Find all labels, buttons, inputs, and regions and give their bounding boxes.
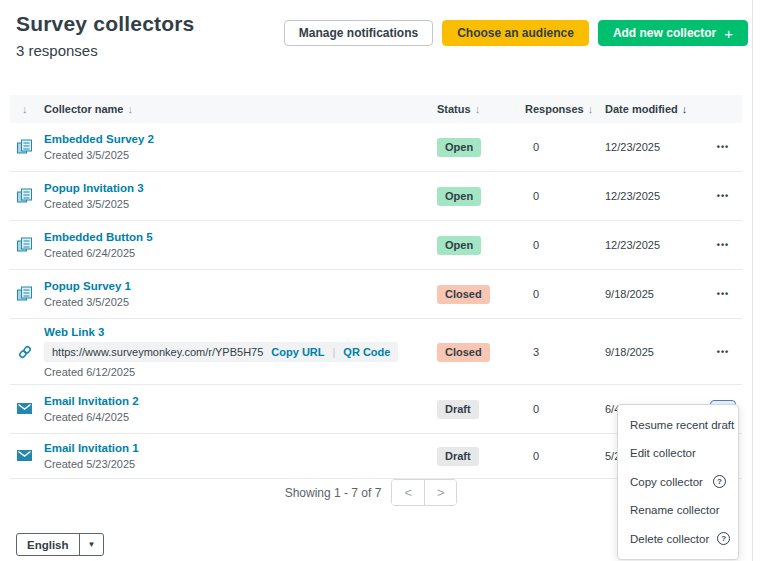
manage-notifications-button[interactable]: Manage notifications <box>284 20 433 46</box>
chevron-down-icon: ▼ <box>79 534 104 555</box>
collector-link[interactable]: Email Invitation 2 <box>44 395 139 407</box>
created-date: Created 6/24/2025 <box>44 247 153 259</box>
sort-icon: ↓ <box>22 103 28 115</box>
collector-link[interactable]: Embedded Survey 2 <box>44 133 154 145</box>
menu-item-rename-collector[interactable]: Rename collector <box>618 496 738 524</box>
responses-header[interactable]: Responses ↓ <box>525 103 593 115</box>
responses-count: 0 <box>533 288 539 300</box>
menu-item-label: Edit collector <box>630 447 696 459</box>
collector-name-cell: Embedded Survey 2 Created 3/5/2025 <box>44 133 154 161</box>
email-collector-icon <box>16 447 34 465</box>
collector-name-cell: Embedded Button 5 Created 6/24/2025 <box>44 231 153 259</box>
language-selector[interactable]: English ▼ <box>16 533 104 556</box>
date-modified: 12/23/2025 <box>605 141 660 153</box>
page-right-divider <box>752 0 753 561</box>
responses-count: 0 <box>533 403 539 415</box>
row-actions-button[interactable]: ••• <box>710 285 736 303</box>
responses-count: 0 <box>533 190 539 202</box>
add-new-collector-button[interactable]: Add new collector + <box>598 20 748 46</box>
help-icon[interactable]: ? <box>713 475 726 488</box>
page-title: Survey collectors <box>16 12 195 36</box>
status-badge: Closed <box>437 343 490 362</box>
menu-item-edit-collector[interactable]: Edit collector <box>618 439 738 467</box>
menu-item-label: Resume recent draft <box>630 419 734 431</box>
created-date: Created 6/4/2025 <box>44 411 139 423</box>
collector-link[interactable]: Popup Survey 1 <box>44 280 131 292</box>
collector-name-label: Collector name <box>44 103 123 115</box>
menu-item-label: Copy collector <box>630 476 703 488</box>
embedded-collector-icon <box>16 236 34 254</box>
row-actions-menu: Resume recent draft Edit collector Copy … <box>617 404 739 560</box>
copy-url-button[interactable]: Copy URL <box>271 346 324 358</box>
collector-link[interactable]: Web Link 3 <box>44 326 398 338</box>
collector-name-cell: Email Invitation 2 Created 6/4/2025 <box>44 395 139 423</box>
language-label: English <box>17 534 79 555</box>
collector-url: https://www.surveymonkey.com/r/YPB5H75 <box>52 346 263 358</box>
collector-url-pill: https://www.surveymonkey.com/r/YPB5H75 C… <box>44 342 398 362</box>
plus-icon: + <box>724 26 733 41</box>
menu-item-resume-recent-draft[interactable]: Resume recent draft <box>618 411 738 439</box>
pager-group: < > <box>391 479 457 506</box>
table-row: Embedded Survey 2 Created 3/5/2025 Open … <box>10 123 742 172</box>
status-badge: Open <box>437 236 481 255</box>
choose-audience-button[interactable]: Choose an audience <box>442 20 589 46</box>
menu-item-copy-collector[interactable]: Copy collector ? <box>618 467 738 496</box>
row-actions-button[interactable]: ••• <box>710 236 736 254</box>
toolbar: Manage notifications Choose an audience … <box>284 20 748 46</box>
popup-collector-icon <box>16 187 34 205</box>
date-modified-label: Date modified <box>605 103 678 115</box>
table-row: Popup Survey 1 Created 3/5/2025 Closed 0… <box>10 270 742 319</box>
status-badge: Draft <box>437 400 479 419</box>
created-date: Created 3/5/2025 <box>44 149 154 161</box>
next-page-button[interactable]: > <box>424 480 456 505</box>
survey-collectors-page: Survey collectors 3 responses Manage not… <box>0 0 768 561</box>
prev-page-button[interactable]: < <box>392 480 424 505</box>
status-badge: Open <box>437 138 481 157</box>
created-date: Created 6/12/2025 <box>44 366 398 378</box>
help-icon[interactable]: ? <box>717 532 730 545</box>
status-badge: Closed <box>437 285 490 304</box>
menu-item-delete-collector[interactable]: Delete collector ? <box>618 524 738 553</box>
collector-link[interactable]: Email Invitation 1 <box>44 442 139 454</box>
date-modified: 12/23/2025 <box>605 190 660 202</box>
collector-link[interactable]: Embedded Button 5 <box>44 231 153 243</box>
status-header[interactable]: Status ↓ <box>437 103 480 115</box>
email-collector-icon <box>16 400 34 418</box>
table-row: Web Link 3 https://www.surveymonkey.com/… <box>10 319 742 385</box>
date-modified: 9/18/2025 <box>605 288 654 300</box>
sort-icon: ↓ <box>475 103 481 115</box>
row-actions-button[interactable]: ••• <box>710 138 736 156</box>
web-link-icon <box>16 343 34 361</box>
created-date: Created 3/5/2025 <box>44 296 131 308</box>
table-header: ↓ Collector name ↓ Status ↓ Responses ↓ … <box>10 95 742 123</box>
responses-label: Responses <box>525 103 584 115</box>
pagination-label: Showing 1 - 7 of 7 <box>285 486 382 500</box>
sort-icon: ↓ <box>588 103 594 115</box>
menu-item-label: Rename collector <box>630 504 719 516</box>
created-date: Created 3/5/2025 <box>44 198 144 210</box>
sort-icon-active: ↓ <box>682 103 688 115</box>
date-modified: 9/18/2025 <box>605 346 654 358</box>
collector-name-cell: Email Invitation 1 Created 5/23/2025 <box>44 442 139 470</box>
qr-code-button[interactable]: QR Code <box>343 346 390 358</box>
add-collector-label: Add new collector <box>613 26 716 40</box>
collector-name-cell: Popup Invitation 3 Created 3/5/2025 <box>44 182 144 210</box>
status-label: Status <box>437 103 471 115</box>
choose-audience-label: Choose an audience <box>457 26 574 40</box>
embedded-collector-icon <box>16 138 34 156</box>
sort-icon: ↓ <box>127 103 133 115</box>
manage-notifications-label: Manage notifications <box>299 26 418 40</box>
table-row: Popup Invitation 3 Created 3/5/2025 Open… <box>10 172 742 221</box>
collector-name-header[interactable]: Collector name ↓ <box>44 103 133 115</box>
date-modified-header[interactable]: Date modified ↓ <box>605 103 687 115</box>
row-actions-button[interactable]: ••• <box>710 343 736 361</box>
created-date: Created 5/23/2025 <box>44 458 139 470</box>
collector-link[interactable]: Popup Invitation 3 <box>44 182 144 194</box>
responses-summary: 3 responses <box>16 42 98 59</box>
menu-item-label: Delete collector <box>630 533 709 545</box>
row-actions-button[interactable]: ••• <box>710 187 736 205</box>
responses-count: 0 <box>533 239 539 251</box>
date-modified: 12/23/2025 <box>605 239 660 251</box>
sort-all-header[interactable]: ↓ <box>22 103 28 115</box>
collector-name-cell: Popup Survey 1 Created 3/5/2025 <box>44 280 131 308</box>
